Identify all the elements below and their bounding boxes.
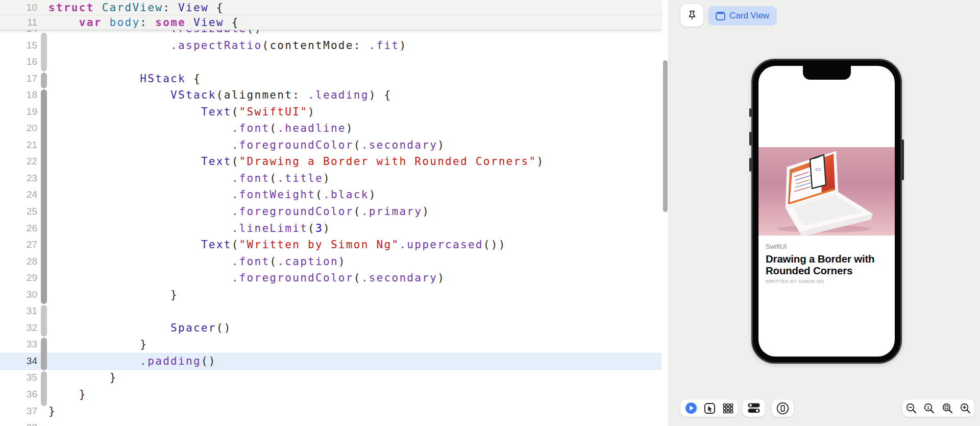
code-line-26[interactable]: .lineLimit(3)	[48, 220, 544, 237]
line-number[interactable]: 37	[0, 403, 37, 420]
zoom-out-button[interactable]	[905, 403, 917, 414]
card-title: Drawing a Border with Rounded Corners	[766, 253, 877, 276]
line-number[interactable]: 29	[0, 270, 37, 287]
line-number: 11	[0, 17, 37, 28]
line-number[interactable]: 19	[0, 104, 37, 121]
line-number[interactable]: 18	[0, 87, 37, 104]
magnifier-plus-icon	[960, 403, 971, 414]
code-line-21[interactable]: .foregroundColor(.secondary)	[48, 137, 544, 154]
code-line-19[interactable]: Text("SwiftUI")	[48, 104, 544, 121]
mute-switch	[749, 108, 751, 117]
line-number[interactable]: 21	[0, 137, 37, 154]
line-number[interactable]: 32	[0, 320, 37, 337]
volume-down-button	[749, 158, 751, 172]
code-line-36[interactable]: }	[48, 386, 544, 403]
line-number[interactable]: 36	[0, 386, 37, 403]
preview-target-chip[interactable]: Card View	[708, 6, 777, 26]
code-line-24[interactable]: .fontWeight(.black)	[48, 186, 544, 203]
code-line-35[interactable]: }	[48, 369, 544, 386]
preview-on-device-button[interactable]	[772, 399, 794, 417]
live-preview-button[interactable]	[685, 402, 697, 414]
selectable-mode-button[interactable]	[704, 403, 716, 414]
change-ribbon	[41, 33, 47, 72]
code-line-22[interactable]: Text("Drawing a Border with Rounded Corn…	[48, 153, 544, 170]
sticky-line-11[interactable]: 11 var body: some View {	[0, 15, 662, 30]
code-line-28[interactable]: .font(.caption)	[48, 253, 544, 270]
power-button	[902, 139, 904, 180]
card-category: SwiftUI	[766, 243, 889, 250]
code-line-20[interactable]: .font(.headline)	[48, 120, 544, 137]
zoom-toolbar: 1	[902, 399, 974, 417]
svg-text:1: 1	[927, 405, 930, 410]
editor-scrollbar-thumb[interactable]	[663, 60, 668, 212]
code-line-18[interactable]: VStack(alignment: .leading) {	[48, 87, 544, 104]
line-number[interactable]: 34	[0, 353, 37, 370]
code-lines[interactable]: .resizable() .aspectRatio(contentMode: .…	[48, 20, 544, 426]
line-number[interactable]: 17	[0, 70, 37, 87]
sticky-code: struct CardView: View {	[37, 2, 224, 14]
line-number[interactable]: 16	[0, 54, 37, 70]
card-feature-image	[758, 147, 895, 235]
line-number[interactable]: 30	[0, 287, 37, 303]
change-ribbon	[41, 73, 47, 88]
zoom-to-fit-button[interactable]	[942, 403, 953, 414]
magnifier-minus-icon	[905, 403, 917, 414]
line-number[interactable]: 20	[0, 120, 37, 137]
code-line-33[interactable]: }	[48, 336, 544, 353]
canvas-icon	[716, 12, 725, 20]
magnifier-one-icon: 1	[923, 403, 935, 414]
cursor-square-icon	[704, 403, 716, 414]
code-line-17[interactable]: HStack {	[48, 70, 544, 87]
line-number[interactable]: 15	[0, 37, 37, 54]
change-ribbon	[41, 89, 47, 304]
code-line-32[interactable]: Spacer()	[48, 320, 544, 337]
card-byline: WRITTEN BY SIMON NG	[766, 278, 889, 284]
preview-mode-toolbar	[680, 399, 738, 417]
line-number[interactable]: 26	[0, 220, 37, 237]
code-line-23[interactable]: .font(.title)	[48, 170, 544, 187]
line-number[interactable]: 35	[0, 369, 37, 386]
change-ribbon	[41, 371, 47, 406]
change-ribbon	[41, 338, 47, 370]
card-text-block: SwiftUI Drawing a Border with Rounded Co…	[766, 243, 889, 284]
sticky-declaration-header[interactable]: 10struct CardView: View {11 var body: so…	[0, 0, 662, 30]
line-number[interactable]: 31	[0, 303, 37, 320]
magnifier-fit-icon	[942, 403, 953, 414]
line-number[interactable]: 27	[0, 236, 37, 253]
pushpin-icon	[686, 9, 698, 21]
change-ribbon	[41, 305, 47, 337]
device-settings-button[interactable]	[743, 399, 765, 417]
grid-icon	[722, 403, 734, 414]
iphone-screen[interactable]: SwiftUI Drawing a Border with Rounded Co…	[758, 66, 895, 357]
line-number-gutter[interactable]: 1415161718192021222324252627282930313233…	[0, 20, 37, 426]
code-line-16[interactable]	[48, 54, 544, 70]
line-number[interactable]: 28	[0, 253, 37, 270]
zoom-in-button[interactable]	[960, 403, 971, 414]
variants-mode-button[interactable]	[722, 403, 734, 414]
line-number[interactable]: 25	[0, 203, 37, 220]
code-line-30[interactable]: }	[48, 287, 544, 303]
code-line-25[interactable]: .foregroundColor(.primary)	[48, 203, 544, 220]
code-line-38[interactable]	[48, 419, 544, 426]
line-number[interactable]: 23	[0, 170, 37, 187]
line-number[interactable]: 22	[0, 153, 37, 170]
toggles-icon	[747, 403, 761, 414]
device-circle-icon	[776, 402, 789, 415]
code-line-29[interactable]: .foregroundColor(.secondary)	[48, 270, 544, 287]
code-line-31[interactable]	[48, 303, 544, 320]
iphone-notch	[803, 66, 851, 80]
code-line-27[interactable]: Text("Written by Simon Ng".uppercased())	[48, 236, 544, 253]
code-line-37[interactable]: }	[48, 403, 544, 420]
code-line-34[interactable]: .padding()	[48, 353, 544, 370]
line-number[interactable]: 33	[0, 336, 37, 353]
volume-up-button	[749, 132, 751, 146]
preview-canvas: Card View	[669, 0, 980, 426]
code-editor[interactable]: 1415161718192021222324252627282930313233…	[0, 0, 669, 426]
preview-target-label: Card View	[729, 11, 769, 21]
line-number[interactable]: 38	[0, 419, 37, 426]
pin-preview-button[interactable]	[680, 4, 703, 27]
code-line-15[interactable]: .aspectRatio(contentMode: .fit)	[48, 37, 544, 54]
line-number[interactable]: 24	[0, 186, 37, 203]
zoom-actual-size-button[interactable]: 1	[923, 403, 935, 414]
sticky-line-10[interactable]: 10struct CardView: View {	[0, 0, 662, 15]
